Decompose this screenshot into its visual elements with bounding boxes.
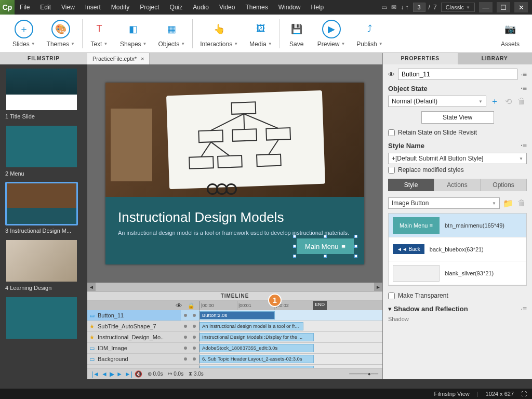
ribbon-media[interactable]: 🖼 Media▼ (249, 20, 272, 48)
slide-image (105, 83, 364, 197)
svg-rect-1 (198, 130, 223, 143)
page-current-input[interactable] (413, 3, 425, 12)
shapes-icon: ◧ (124, 20, 143, 38)
menu-video[interactable]: Video (214, 0, 240, 15)
scroll-right-icon[interactable]: ► (374, 283, 382, 291)
zoom-slider[interactable]: ─────●── (349, 371, 378, 377)
slide-canvas[interactable]: Instructional Design Models An instructi… (105, 83, 364, 264)
menu-edit[interactable]: Edit (35, 0, 56, 15)
section-menu-icon[interactable]: ∙≡ (521, 84, 527, 92)
window-maximize[interactable]: ☐ (497, 2, 510, 12)
delete-state-icon[interactable]: 🗑 (516, 96, 527, 107)
menu-help[interactable]: Help (305, 0, 329, 15)
ribbon-objects[interactable]: ▦ Objects▼ (158, 20, 185, 48)
shadow-heading[interactable]: ▾ Shadow and Reflection (388, 305, 468, 313)
tl-prev-icon[interactable]: ◄ (101, 370, 108, 378)
state-view-button[interactable]: State View (421, 111, 494, 124)
delete-icon[interactable]: 🗑 (516, 198, 527, 208)
ribbon-shapes[interactable]: ◧ Shapes▼ (120, 20, 147, 48)
folder-icon[interactable]: 📁 (503, 198, 513, 208)
svg-rect-5 (218, 155, 242, 168)
timeline-row[interactable]: ★Instructional_Design_Mo.. Instructional… (87, 332, 382, 343)
section-menu-icon[interactable]: ∙≡ (521, 141, 527, 150)
tl-last-icon[interactable]: ►| (125, 370, 132, 378)
reset-state-icon[interactable]: ⟲ (503, 96, 513, 107)
horizontal-scrollbar[interactable]: ◄ ► (87, 283, 382, 291)
mail-icon[interactable]: ✉ (391, 4, 396, 11)
menu-file[interactable]: File (15, 0, 35, 15)
menu-window[interactable]: Window (273, 0, 306, 15)
properties-tab[interactable]: PROPERTIES (383, 53, 458, 64)
timeline-row[interactable]: ▭Button_11 Button:2.0s (87, 310, 382, 321)
document-tab[interactable]: PracticeFile.cptx* × (87, 53, 150, 64)
ribbon-publish[interactable]: ⤴ Publish▼ (356, 20, 382, 48)
timeline-row[interactable]: ▭IDM_Image AdobeStock_180837355_edit:3.0… (87, 343, 382, 354)
menu-audio[interactable]: Audio (188, 0, 214, 15)
menu-insert[interactable]: Insert (80, 0, 106, 15)
timeline-row[interactable]: ★SubTitle_AutoShape_7 An instructional d… (87, 321, 382, 332)
ribbon-assets[interactable]: 📷 Assets (501, 20, 520, 48)
menu-themes[interactable]: Themes (240, 0, 273, 15)
sync-icon[interactable]: ↓ ↑ (401, 4, 408, 11)
ribbon-themes[interactable]: 🎨 Themes▼ (47, 20, 75, 48)
filmstrip-tab[interactable]: FILMSTRIP (0, 53, 87, 64)
filmstrip-thumb[interactable]: 2 Menu (5, 125, 82, 177)
objects-icon: ▦ (162, 20, 181, 38)
panel-menu-icon[interactable]: ∙≡ (521, 70, 527, 78)
status-expand-icon[interactable]: ⛶ (521, 391, 527, 397)
retain-state-checkbox[interactable]: Retain State on Slide Revisit (388, 129, 527, 136)
button-list-item[interactable]: Main Menu ≡btn_mainmenu(165*49) (389, 214, 526, 237)
main-menu-button[interactable]: Main Menu ≡ (297, 238, 354, 254)
tl-audio-icon[interactable]: 🔇 (135, 370, 142, 378)
section-menu-icon[interactable]: ∙≡ (521, 304, 527, 313)
window-close[interactable]: ✕ (514, 2, 528, 12)
workspace-dropdown[interactable]: Classic▼ (441, 3, 475, 12)
menu-modify[interactable]: Modify (106, 0, 135, 15)
replace-styles-checkbox[interactable]: Replace modified styles (388, 166, 527, 174)
filmstrip-thumb[interactable]: 4 Learning Design (5, 239, 82, 291)
ribbon-interactions[interactable]: 👆 Interactions▼ (200, 20, 238, 48)
eye-icon[interactable]: 👁 (176, 302, 182, 310)
menu-view[interactable]: View (56, 0, 80, 15)
button-list-item[interactable]: blank_silver(93*21) (389, 261, 526, 285)
ribbon-preview[interactable]: ▶ Preview▼ (317, 20, 345, 48)
ribbon-text[interactable]: T Text▼ (90, 20, 109, 48)
menu-quiz[interactable]: Quiz (165, 0, 188, 15)
filmstrip-thumb[interactable]: 3 Instructional Design M... (5, 182, 82, 234)
menu-project[interactable]: Project (135, 0, 164, 15)
button-type-dropdown[interactable]: Image Button▼ (388, 197, 500, 209)
window-minimize[interactable]: — (479, 2, 493, 12)
style-tab-actions[interactable]: Actions (434, 179, 481, 191)
filmstrip-thumb[interactable] (5, 296, 82, 342)
make-transparent-checkbox[interactable]: Make Transparent (388, 292, 527, 299)
canvas-area[interactable]: Instructional Design Models An instructi… (87, 64, 382, 283)
timeline-play-controls[interactable]: |◄ ◄ ▶ ► ►| 🔇 (91, 370, 142, 378)
pointer-icon: 👆 (210, 20, 229, 38)
lock-icon[interactable]: 🔒 (188, 302, 195, 309)
slide-text-band: Instructional Design Models An instructi… (105, 197, 364, 264)
image-icon: 🖼 (251, 20, 270, 38)
visibility-icon[interactable]: 👁 (388, 71, 395, 78)
ribbon-save[interactable]: 💾 Save (287, 20, 306, 48)
tl-play-icon[interactable]: ▶ (110, 370, 114, 378)
library-tab[interactable]: LIBRARY (458, 53, 533, 64)
timeline-row[interactable]: ▭Background 6. Sub Topic Header Layout_2… (87, 354, 382, 365)
preview-icon[interactable]: ▭ (381, 4, 387, 11)
scroll-left-icon[interactable]: ◄ (87, 283, 96, 291)
timeline-ruler[interactable]: |00:00|00:01|00:02|00:03 (200, 301, 382, 310)
close-tab-icon[interactable]: × (141, 54, 144, 64)
object-name-input[interactable] (398, 69, 517, 80)
filmstrip-thumb[interactable]: 1 Title Slide (5, 68, 82, 119)
style-tab-style[interactable]: Style (388, 179, 434, 191)
timeline-panel: TIMELINE 👁 🔒 |00:00|00:01|00:02|00:03 EN… (87, 291, 382, 379)
style-tab-options[interactable]: Options (481, 179, 527, 191)
button-list[interactable]: Main Menu ≡btn_mainmenu(165*49)◄◄ Backba… (388, 213, 527, 286)
state-dropdown[interactable]: Normal (Default)▼ (388, 96, 486, 107)
button-list-item[interactable]: ◄◄ Backback_bluebox(63*21) (389, 237, 526, 261)
tl-first-icon[interactable]: |◄ (91, 370, 99, 378)
svg-rect-3 (266, 128, 290, 140)
tl-next-icon[interactable]: ► (116, 370, 123, 378)
style-dropdown[interactable]: +[Default Submit All Button Style]▼ (388, 153, 527, 164)
add-state-icon[interactable]: ＋ (489, 96, 500, 107)
ribbon-slides[interactable]: ＋ Slides▼ (12, 20, 35, 48)
